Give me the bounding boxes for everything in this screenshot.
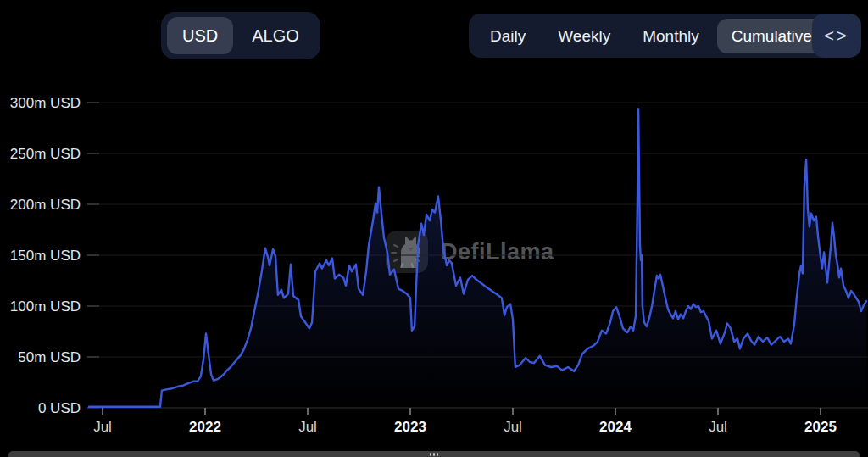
currency-usd-button[interactable]: USD xyxy=(167,17,233,54)
y-axis-label: 250m USD xyxy=(10,146,81,162)
defillama-volume-chart-page: DefiLlama 0 USD50m USD100m USD150m USD20… xyxy=(0,0,868,457)
x-axis-label: 2022 xyxy=(189,419,221,435)
x-axis-label: 2024 xyxy=(599,419,632,435)
currency-algo-button[interactable]: ALGO xyxy=(236,17,314,54)
period-monthly-button[interactable]: Monthly xyxy=(628,19,714,53)
chart-header: USD ALGO Daily Weekly Monthly Cumulative… xyxy=(0,0,868,71)
x-axis-label: 2025 xyxy=(804,419,837,435)
period-weekly-button[interactable]: Weekly xyxy=(543,19,625,53)
y-axis-label: 300m USD xyxy=(10,95,81,111)
scrollbar-grip-icon xyxy=(433,453,435,456)
scrollbar-grip-icon xyxy=(437,453,438,456)
x-axis-label: Jul xyxy=(298,419,317,435)
currency-toggle: USD ALGO xyxy=(161,12,320,59)
chart-zoom-scrollbar[interactable] xyxy=(8,451,860,457)
period-daily-button[interactable]: Daily xyxy=(476,19,540,53)
y-axis-label: 50m USD xyxy=(18,349,81,365)
y-axis-label: 0 USD xyxy=(38,400,81,416)
y-axis-label: 100m USD xyxy=(10,298,81,315)
embed-code-button[interactable]: <> xyxy=(812,14,861,58)
period-cumulative-button[interactable]: Cumulative xyxy=(717,19,826,53)
period-toggle: Daily Weekly Monthly Cumulative xyxy=(469,14,833,58)
x-axis-label: Jul xyxy=(709,419,727,435)
y-axis-label: 150m USD xyxy=(10,248,81,264)
y-axis-label: 200m USD xyxy=(10,197,81,213)
scrollbar-grip-icon xyxy=(430,453,431,456)
x-axis-label: Jul xyxy=(504,419,522,435)
x-axis-label: Jul xyxy=(93,419,112,435)
x-axis-label: 2023 xyxy=(394,419,426,435)
